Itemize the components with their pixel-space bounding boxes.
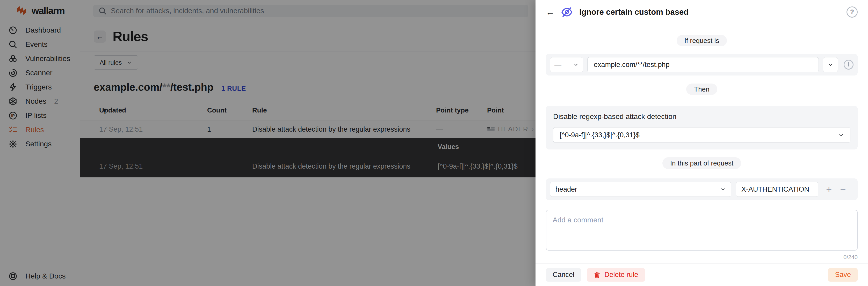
info-icon[interactable]: i <box>844 60 854 70</box>
part-name-field-wrap <box>736 182 818 197</box>
add-part-button[interactable]: + <box>826 184 832 194</box>
condition-card: — i <box>546 54 858 75</box>
comment-section: 0/240 <box>546 210 858 261</box>
chevron-down-icon <box>573 62 579 68</box>
panel-footer: Cancel Delete rule Save <box>535 263 868 286</box>
part-type-value: header <box>555 185 577 193</box>
rule-edit-panel: ← Ignore certain custom based ? If reque… <box>535 0 868 286</box>
section-chip-then: Then <box>686 83 717 95</box>
help-icon[interactable]: ? <box>846 6 858 17</box>
operator-value: — <box>554 61 561 69</box>
back-arrow-icon: ← <box>546 7 554 17</box>
regex-value: [^0-9a-f]|^.{33,}$|^.{0,31}$ <box>560 131 640 139</box>
panel-body: If request is — i Then Disable regexp-ba… <box>535 24 868 263</box>
eye-off-icon <box>561 6 573 19</box>
comment-textarea[interactable] <box>546 210 858 251</box>
panel-header: ← Ignore certain custom based ? <box>535 0 868 24</box>
chevron-down-icon <box>838 132 844 138</box>
save-button[interactable]: Save <box>828 268 858 282</box>
action-label: Disable regexp-based attack detection <box>553 112 850 121</box>
part-type-select[interactable]: header <box>550 182 731 197</box>
trash-icon <box>593 271 601 279</box>
chevron-down-icon <box>720 186 726 192</box>
uri-input[interactable] <box>589 61 817 69</box>
section-chip-request-part: In this part of request <box>662 157 741 169</box>
panel-back-button[interactable]: ← <box>546 8 554 16</box>
uri-field-wrap <box>587 57 819 72</box>
regex-select[interactable]: [^0-9a-f]|^.{33,}$|^.{0,31}$ <box>553 127 850 143</box>
chevron-down-icon <box>828 62 833 68</box>
comment-char-counter: 0/240 <box>546 254 858 261</box>
cancel-button[interactable]: Cancel <box>546 268 581 282</box>
part-row-actions: + − <box>826 184 846 194</box>
request-part-card: header + − <box>546 178 858 200</box>
part-name-input[interactable] <box>736 185 818 193</box>
remove-part-button[interactable]: − <box>840 184 846 194</box>
section-chip-if-request: If request is <box>677 35 727 46</box>
action-card: Disable regexp-based attack detection [^… <box>546 106 858 149</box>
delete-rule-label: Delete rule <box>604 271 638 279</box>
condition-add-select[interactable] <box>823 57 838 72</box>
delete-rule-button[interactable]: Delete rule <box>587 268 645 282</box>
condition-operator-select[interactable]: — <box>550 57 583 72</box>
app-root: wallarm Dashboard Events Vulnerab <box>0 0 868 286</box>
panel-title: Ignore certain custom based <box>579 7 688 17</box>
